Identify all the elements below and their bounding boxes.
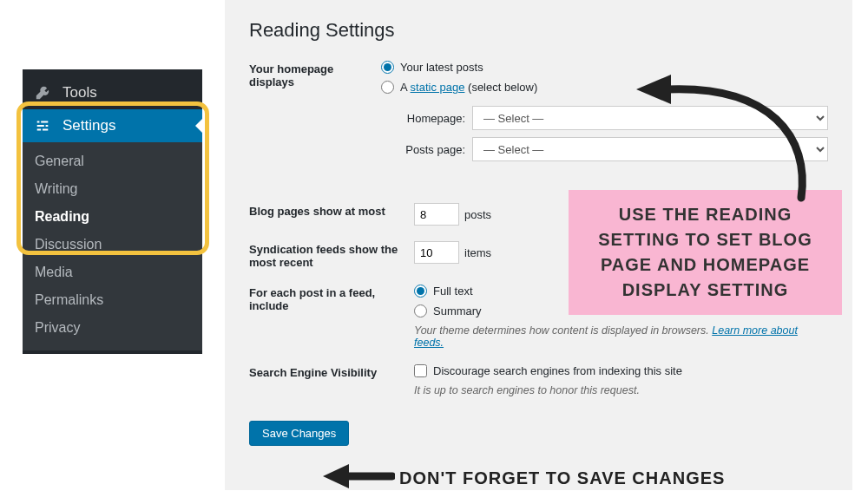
radio-full-text[interactable]	[414, 285, 427, 298]
label-syndication: Syndication feeds show the most recent	[249, 241, 414, 269]
admin-sidebar: Tools Settings General Writing Reading D…	[23, 69, 202, 354]
checkbox-discourage-label: Discourage search engines from indexing …	[433, 364, 682, 377]
radio-static-page-label: A static page (select below)	[400, 81, 537, 94]
wrench-icon	[35, 85, 54, 101]
callout-reading-setting: USE THE READING SETTING TO SET BLOG PAGE…	[569, 190, 842, 315]
checkbox-discourage-search[interactable]	[414, 364, 427, 377]
blog-pages-input[interactable]	[414, 203, 459, 226]
label-search-visibility: Search Engine Visibility	[249, 364, 414, 379]
radio-latest-posts[interactable]	[381, 61, 394, 74]
search-hint: It is up to search engines to honor this…	[414, 384, 828, 396]
label-postspage-select: Posts page:	[381, 143, 472, 156]
feed-hint: Your theme determines how content is dis…	[414, 324, 828, 349]
syndication-input[interactable]	[414, 241, 459, 264]
radio-full-text-label: Full text	[433, 285, 473, 298]
radio-static-page[interactable]	[381, 81, 394, 94]
sidebar-item-settings[interactable]: Settings	[23, 109, 202, 142]
page-title: Reading Settings	[249, 19, 828, 42]
svg-marker-2	[323, 464, 349, 488]
callout-save-changes: DON'T FORGET TO SAVE CHANGES	[399, 468, 725, 488]
label-homepage-select: Homepage:	[381, 112, 472, 125]
radio-summary[interactable]	[414, 304, 427, 317]
arrow-curved-icon	[623, 68, 814, 206]
arrow-left-icon	[321, 461, 395, 491]
submenu-discussion[interactable]: Discussion	[23, 231, 202, 259]
submenu-permalinks[interactable]: Permalinks	[23, 286, 202, 314]
settings-submenu: General Writing Reading Discussion Media…	[23, 142, 202, 350]
syndication-unit: items	[464, 246, 491, 259]
label-homepage-displays: Your homepage displays	[249, 61, 381, 88]
label-feed-content: For each post in a feed, include	[249, 285, 414, 312]
submenu-privacy[interactable]: Privacy	[23, 314, 202, 342]
radio-latest-posts-label: Your latest posts	[400, 61, 483, 74]
submenu-media[interactable]: Media	[23, 259, 202, 286]
save-changes-button[interactable]: Save Changes	[249, 421, 349, 446]
submenu-reading[interactable]: Reading	[23, 203, 202, 231]
static-page-link[interactable]: static page	[411, 81, 465, 94]
blog-pages-unit: posts	[464, 208, 491, 221]
label-blog-pages: Blog pages show at most	[249, 203, 414, 218]
sidebar-item-tools[interactable]: Tools	[23, 76, 202, 109]
svg-marker-0	[636, 75, 671, 104]
submenu-writing[interactable]: Writing	[23, 175, 202, 203]
sidebar-item-label: Settings	[62, 117, 115, 134]
submenu-general[interactable]: General	[23, 147, 202, 175]
sidebar-item-label: Tools	[62, 84, 97, 101]
sliders-icon	[35, 118, 54, 134]
radio-summary-label: Summary	[433, 304, 482, 317]
